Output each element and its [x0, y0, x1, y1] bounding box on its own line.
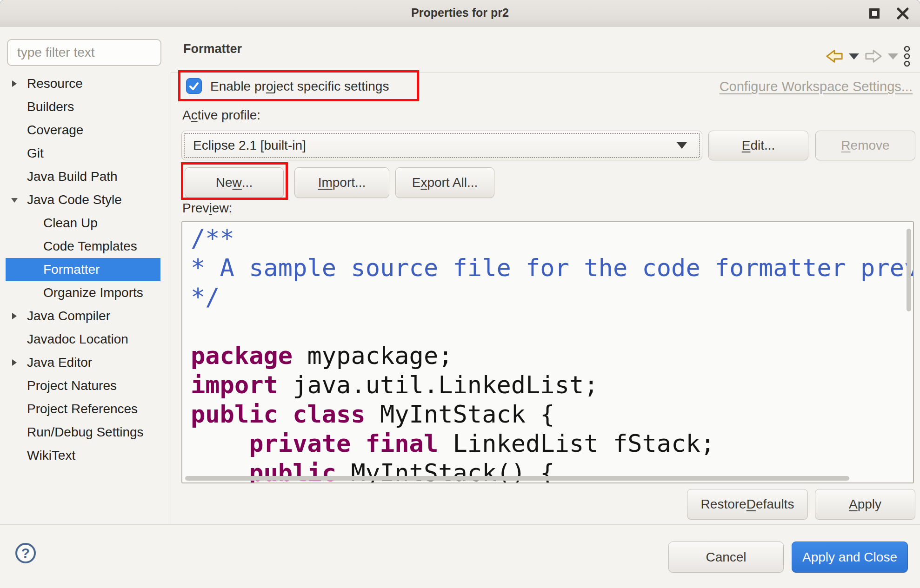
sidebar-separator	[171, 72, 171, 524]
tree-item-project-references[interactable]: Project References	[6, 397, 160, 421]
close-button[interactable]	[896, 7, 910, 20]
chevron-right-icon[interactable]	[11, 359, 19, 366]
code-line: */	[191, 283, 913, 312]
tree-spacer	[11, 336, 19, 343]
tree-item-label: Organize Imports	[43, 285, 143, 300]
vertical-scrollbar[interactable]	[907, 229, 911, 311]
tree-item-code-templates[interactable]: Code Templates	[6, 235, 160, 258]
tree-item-java-editor[interactable]: Java Editor	[6, 351, 160, 374]
tree-item-label: Git	[27, 146, 44, 161]
new-button[interactable]: New...	[185, 167, 284, 198]
horizontal-scrollbar[interactable]	[185, 476, 849, 481]
window-title: Properties for pr2	[0, 6, 920, 20]
tree-spacer	[11, 266, 19, 273]
tree-item-label: Builders	[27, 99, 74, 114]
code-line	[191, 312, 913, 341]
properties-dialog: Properties for pr2 ResourceBuildersCover…	[0, 0, 920, 588]
code-line: * A sample source file for the code form…	[191, 253, 913, 283]
tree-item-label: Code Templates	[43, 239, 137, 254]
tree-item-run-debug-settings[interactable]: Run/Debug Settings	[6, 421, 160, 444]
back-arrow-icon	[827, 51, 842, 62]
edit-button[interactable]: Edit...	[708, 131, 808, 160]
tree-item-label: Javadoc Location	[27, 332, 128, 347]
apply-and-close-button[interactable]: Apply and Close	[792, 542, 908, 573]
tree-item-label: Java Build Path	[27, 169, 118, 184]
enable-project-settings-label[interactable]: Enable project specific settings	[210, 79, 389, 94]
tree-item-java-build-path[interactable]: Java Build Path	[6, 165, 160, 188]
footer-divider	[0, 524, 920, 525]
help-button[interactable]: ?	[15, 543, 36, 563]
code-line: private final LinkedList fStack;	[191, 429, 913, 458]
tree-spacer	[11, 429, 19, 436]
tree-item-label: Run/Debug Settings	[27, 425, 144, 440]
restore-defaults-button[interactable]: Restore Defaults	[687, 489, 808, 520]
active-profile-value: Eclipse 2.1 [built-in]	[193, 138, 677, 153]
tree-spacer	[11, 382, 19, 390]
close-icon	[896, 7, 909, 20]
tree-spacer	[11, 452, 19, 459]
active-profile-select[interactable]: Eclipse 2.1 [built-in]	[181, 131, 702, 160]
apply-button[interactable]: Apply	[815, 489, 915, 520]
remove-button[interactable]: Remove	[815, 131, 915, 160]
kebab-menu-icon	[905, 46, 909, 66]
tree-item-formatter[interactable]: Formatter	[6, 258, 160, 281]
maximize-button[interactable]	[869, 8, 880, 19]
back-button[interactable]	[825, 48, 844, 64]
page-title: Formatter	[183, 42, 242, 56]
tree-item-java-compiler[interactable]: Java Compiler	[6, 304, 160, 328]
filter-input[interactable]	[7, 39, 161, 66]
tree-item-label: Formatter	[43, 262, 100, 277]
back-history-dropdown-icon[interactable]	[849, 53, 859, 59]
tree-item-label: Clean Up	[43, 216, 98, 231]
code-line: /**	[191, 224, 913, 253]
tree-item-label: Project Natures	[27, 378, 117, 393]
history-toolbar	[825, 46, 911, 67]
tree-item-resource[interactable]: Resource	[6, 72, 160, 95]
code-line: import java.util.LinkedList;	[191, 370, 913, 400]
tree-item-label: Java Compiler	[27, 309, 110, 324]
tree-item-label: Resource	[27, 76, 83, 91]
tree-item-organize-imports[interactable]: Organize Imports	[6, 281, 160, 304]
header-divider	[171, 72, 920, 73]
tree-spacer	[11, 103, 19, 111]
chevron-down-icon[interactable]	[11, 196, 19, 204]
forward-arrow-icon	[866, 51, 881, 62]
tree-spacer	[11, 173, 19, 180]
tree-spacer	[11, 150, 19, 157]
tree-item-builders[interactable]: Builders	[6, 95, 160, 119]
tree-item-project-natures[interactable]: Project Natures	[6, 374, 160, 397]
tree-item-label: Coverage	[27, 123, 83, 138]
configure-workspace-settings-link[interactable]: Configure Workspace Settings...	[720, 79, 913, 94]
tree-item-java-code-style[interactable]: Java Code Style	[6, 188, 160, 211]
chevron-right-icon[interactable]	[11, 80, 19, 87]
enable-project-settings-checkbox[interactable]	[186, 78, 202, 94]
cancel-button[interactable]: Cancel	[668, 542, 784, 573]
tree-item-label: Java Editor	[27, 355, 92, 370]
view-menu-button[interactable]	[903, 46, 911, 67]
tree-item-label: Java Code Style	[27, 192, 122, 207]
chevron-right-icon[interactable]	[11, 312, 19, 320]
tree-item-wikitext[interactable]: WikiText	[6, 444, 160, 467]
maximize-icon	[869, 8, 880, 19]
import-button[interactable]: Import...	[294, 167, 389, 198]
preview-code: /*** A sample source file for the code f…	[191, 224, 913, 483]
titlebar[interactable]: Properties for pr2	[0, 0, 920, 26]
tree-spacer	[11, 405, 19, 413]
chevron-down-icon	[677, 142, 687, 149]
preferences-tree: ResourceBuildersCoverageGitJava Build Pa…	[0, 72, 171, 467]
tree-spacer	[11, 243, 19, 250]
forward-button[interactable]	[864, 48, 883, 64]
tree-item-git[interactable]: Git	[6, 142, 160, 165]
formatter-preview[interactable]: /*** A sample source file for the code f…	[181, 221, 914, 483]
tree-item-coverage[interactable]: Coverage	[6, 119, 160, 142]
tree-spacer	[11, 126, 19, 134]
export-all-button[interactable]: Export All...	[395, 167, 494, 198]
tree-item-javadoc-location[interactable]: Javadoc Location	[6, 328, 160, 351]
checkmark-icon	[188, 80, 200, 92]
tree-item-clean-up[interactable]: Clean Up	[6, 211, 160, 235]
forward-history-dropdown-icon[interactable]	[888, 53, 898, 59]
preview-label: Preview:	[182, 201, 232, 216]
question-icon: ?	[21, 545, 30, 561]
tree-spacer	[11, 219, 19, 227]
tree-item-label: WikiText	[27, 448, 75, 463]
